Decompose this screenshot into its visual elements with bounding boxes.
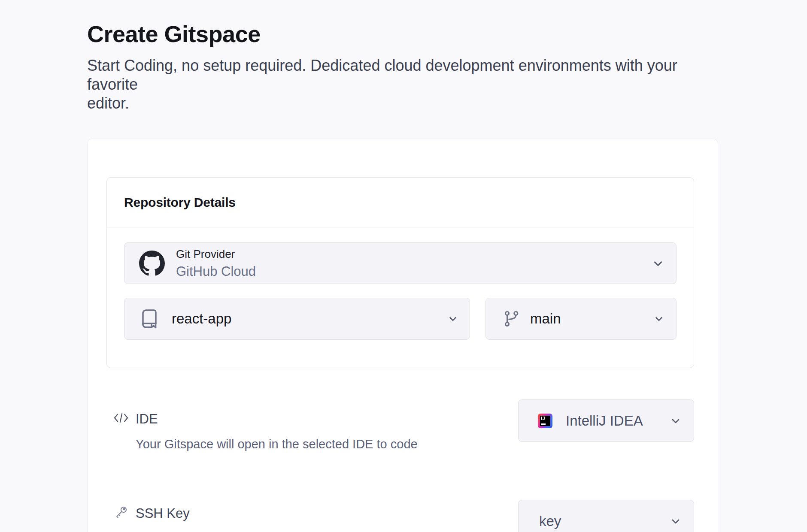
repository-details-header: Repository Details — [107, 178, 694, 227]
ide-description: Your Gitspace will open in the selected … — [136, 436, 501, 452]
repo-branch-row: react-app — [124, 298, 677, 340]
page-subtitle: Start Coding, no setup required. Dedicat… — [87, 56, 718, 113]
ide-icon-col — [106, 399, 136, 424]
page-subtitle-line-1: Start Coding, no setup required. Dedicat… — [87, 56, 718, 94]
key-icon — [106, 505, 136, 520]
ssh-key-label: SSH Key — [136, 506, 501, 521]
git-provider-label: Git Provider — [176, 248, 256, 261]
ssh-key-section: SSH Key By default we will create the SS… — [106, 500, 694, 532]
chevron-down-icon — [670, 415, 682, 427]
page-subtitle-line-2: editor. — [87, 94, 718, 113]
repository-details-body: Git Provider GitHub Cloud — [107, 227, 694, 368]
page-title: Create Gitspace — [87, 21, 718, 47]
ssh-text-col: SSH Key By default we will create the SS… — [136, 500, 518, 532]
chevron-down-icon — [670, 515, 682, 527]
repository-details-box: Repository Details Git Provider GitHub C… — [106, 177, 694, 368]
repository-icon — [139, 308, 160, 330]
ide-dropdown[interactable]: IJ IntelliJ IDEA — [518, 399, 694, 442]
ide-text-col: IDE Your Gitspace will open in the selec… — [136, 399, 518, 452]
ssh-key-description-line-1: By default we will create the SSH key us… — [136, 530, 501, 532]
intellij-logo-inner: IJ — [540, 416, 550, 426]
chevron-down-icon — [447, 313, 458, 324]
main-content: Create Gitspace Start Coding, no setup r… — [87, 0, 718, 532]
ssh-key-dropdown[interactable]: key — [518, 500, 694, 532]
git-provider-labels: Git Provider GitHub Cloud — [176, 248, 256, 279]
ssh-icon-col — [106, 500, 136, 520]
intellij-logo: IJ — [538, 414, 552, 428]
github-icon — [139, 251, 165, 276]
repository-value: react-app — [172, 311, 231, 327]
git-provider-dropdown[interactable]: Git Provider GitHub Cloud — [124, 242, 677, 284]
repository-dropdown[interactable]: react-app — [124, 298, 470, 340]
ssh-key-description: By default we will create the SSH key us… — [136, 530, 501, 532]
chevron-down-icon — [652, 257, 664, 270]
create-gitspace-card: Repository Details Git Provider GitHub C… — [87, 139, 718, 532]
ssh-key-value: key — [539, 513, 561, 529]
git-branch-icon — [503, 309, 521, 329]
repository-details-title: Repository Details — [124, 195, 677, 210]
branch-dropdown[interactable]: main — [485, 298, 677, 340]
code-icon — [106, 411, 136, 424]
git-provider-value: GitHub Cloud — [176, 264, 256, 279]
ide-section: IDE Your Gitspace will open in the selec… — [106, 399, 694, 452]
intellij-logo-text: IJ — [541, 416, 545, 421]
branch-value: main — [530, 311, 561, 327]
chevron-down-icon — [653, 313, 664, 324]
ide-value: IntelliJ IDEA — [566, 413, 643, 429]
ide-label: IDE — [136, 411, 501, 427]
